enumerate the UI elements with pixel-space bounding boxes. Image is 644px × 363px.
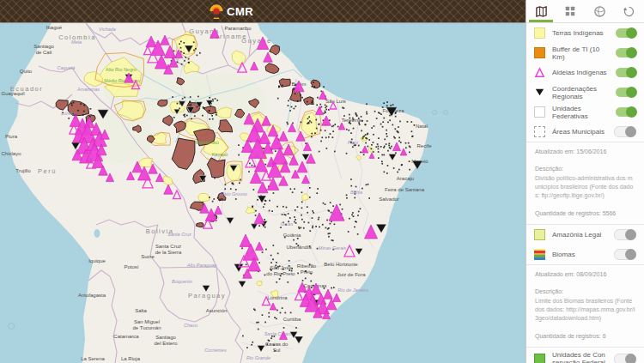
yellow-square-swatch [534, 27, 545, 39]
svg-text:Rio de Janeiro: Rio de Janeiro [337, 287, 368, 293]
svg-text:Santiagode Cali: Santiagode Cali [33, 44, 54, 55]
tab-globe[interactable] [586, 0, 615, 22]
globe-icon [593, 5, 606, 18]
svg-text:Belo Horizonte: Belo Horizonte [324, 262, 358, 267]
svg-text:Feira de Santana: Feira de Santana [385, 187, 425, 192]
map-container[interactable]: ColombiaEcuadorPerúBoliviaParaguayGuyana… [0, 23, 526, 363]
layer-label: Buffer de TI (10 Km) [552, 45, 609, 61]
layer-list-2: Amazônia Legal Biomas [526, 225, 644, 264]
layer-row-unidades-conservacao[interactable]: Unidades de Conservação Federal [526, 348, 644, 363]
svg-text:Kayapó: Kayapó [212, 152, 228, 157]
layer-info-biomas: Atualizado em: 08/09/2016 Descrição: Lim… [526, 265, 644, 347]
description-text: Limite dos Biomas brasileiros (Fonte dos… [535, 297, 635, 323]
updated-text: Atualizado em: 15/06/2016 [535, 148, 635, 154]
svg-text:Uberlândia: Uberlândia [286, 245, 312, 250]
record-count: Quantidade de registros: 5566 [535, 210, 635, 216]
toggle-coordenacoes[interactable] [616, 88, 636, 97]
svg-text:Salvador: Salvador [379, 197, 399, 202]
tab-grid[interactable] [556, 0, 585, 22]
svg-text:Catamarca: Catamarca [113, 334, 139, 339]
svg-text:Goiás: Goiás [281, 221, 294, 227]
toggle-areas-municipais[interactable] [614, 126, 636, 137]
layers-map-icon [535, 5, 548, 18]
layer-label: Terras Indígenas [552, 29, 609, 37]
svg-text:RibeirãoPreto: RibeirãoPreto [297, 263, 317, 275]
toggle-unidades-federativas[interactable] [616, 107, 636, 117]
svg-text:Piauí: Piauí [348, 140, 359, 145]
svg-text:Curitiba: Curitiba [283, 317, 301, 322]
updated-text: Atualizado em: 08/09/2016 [535, 271, 635, 277]
svg-text:Boquerón: Boquerón [172, 279, 192, 284]
toggle-unidades-conservacao[interactable] [614, 354, 636, 363]
layer-row-coordenacoes[interactable]: Coordenações Regionais [526, 82, 644, 102]
toggle-aldeias[interactable] [616, 68, 636, 77]
svg-text:La Rioja: La Rioja [121, 356, 141, 361]
toggle-terras-indigenas[interactable] [616, 28, 636, 38]
svg-text:Bahia: Bahia [350, 190, 362, 195]
toggle-biomas[interactable] [614, 249, 636, 260]
svg-text:Teresina: Teresina [342, 118, 361, 123]
svg-text:Vichada: Vichada [99, 27, 116, 32]
layer-row-amazonia-legal[interactable]: Amazônia Legal [526, 225, 644, 245]
svg-text:Quito: Quito [20, 69, 33, 74]
svg-text:São Luís: São Luís [325, 99, 346, 104]
layer-row-biomas[interactable]: Biomas [526, 245, 644, 264]
layers-panel: Terras Indígenas Buffer de TI (10 Km) Al… [526, 0, 644, 363]
svg-text:Potosí: Potosí [124, 264, 138, 269]
toggle-buffer-ti[interactable] [616, 48, 636, 57]
dashed-square-swatch [534, 126, 545, 137]
brand: CMR [209, 0, 253, 22]
svg-text:Meta: Meta [71, 39, 82, 45]
layer-label: Unidades Federativas [552, 105, 609, 120]
layer-row-unidades-federativas[interactable]: Unidades Federativas [526, 102, 644, 122]
svg-text:Santa Cruz: Santa Cruz [167, 232, 191, 237]
svg-text:Salta: Salta [135, 308, 147, 313]
layer-label: Coordenações Regionais [552, 85, 609, 100]
svg-text:Minas Gerais: Minas Gerais [319, 245, 347, 251]
svg-text:Santa Cruzde la Sierra: Santa Cruzde la Sierra [155, 244, 182, 255]
layer-label: Aldeias Indígenas [552, 69, 609, 76]
layer-row-aldeias[interactable]: Aldeias Indígenas [526, 63, 644, 82]
svg-text:Amazonas: Amazonas [76, 87, 100, 92]
grid-icon [564, 5, 576, 17]
cmr-logo-icon [209, 3, 224, 20]
svg-text:Iquique: Iquique [88, 258, 106, 263]
svg-text:Guyane: Guyane [241, 37, 271, 45]
layer-list: Terras Indígenas Buffer de TI (10 Km) Al… [526, 23, 644, 142]
svg-text:Aracaju: Aracaju [397, 176, 414, 181]
svg-text:Mato Grosso: Mato Grosso [220, 191, 246, 197]
svg-text:Chaco: Chaco [184, 323, 197, 328]
layer-label: Amazônia Legal [552, 231, 607, 239]
svg-text:Caquetá: Caquetá [58, 65, 76, 70]
description-label: Descrição: [535, 288, 635, 294]
svg-text:La Serena: La Serena [81, 356, 105, 361]
layer-list-3: Unidades de Conservação Federal [526, 348, 644, 363]
green-square-swatch [534, 354, 545, 363]
layer-row-areas-municipais[interactable]: Áreas Municipais [526, 122, 644, 142]
map-canvas[interactable]: ColombiaEcuadorPerúBoliviaParaguayGuyana… [0, 23, 526, 363]
toggle-amazonia-legal[interactable] [614, 229, 636, 240]
description-label: Descrição: [535, 166, 635, 172]
svg-text:Trujillo: Trujillo [15, 168, 31, 173]
record-count: Quantidade de registros: 6 [535, 333, 635, 339]
tab-history[interactable] [615, 0, 644, 22]
svg-text:Antofagasta: Antofagasta [78, 293, 106, 298]
svg-text:Goiânia: Goiânia [283, 233, 301, 238]
tab-layers[interactable] [526, 0, 556, 22]
svg-text:Paraguay: Paraguay [188, 292, 226, 299]
layer-row-terras-indigenas[interactable]: Terras Indígenas [526, 23, 644, 43]
svg-text:Londrina: Londrina [267, 295, 288, 300]
layer-label: Áreas Municipais [552, 128, 607, 136]
svg-text:San Miguelde Tucumán: San Miguelde Tucumán [132, 319, 161, 330]
svg-text:Piura: Piura [5, 134, 18, 139]
pink-triangle-swatch [534, 67, 545, 78]
white-square-swatch [534, 106, 545, 118]
biomas-legend-swatch [534, 249, 545, 260]
svg-text:Alto Paraguay: Alto Paraguay [186, 263, 218, 268]
svg-text:Ibagué: Ibagué [46, 25, 63, 30]
svg-text:Mundurukú: Mundurukú [195, 140, 219, 145]
svg-text:Sucre: Sucre [141, 254, 155, 259]
layer-label: Biomas [552, 251, 607, 258]
svg-text:Juiz de Fora: Juiz de Fora [337, 272, 366, 277]
layer-row-buffer-ti[interactable]: Buffer de TI (10 Km) [526, 43, 644, 63]
